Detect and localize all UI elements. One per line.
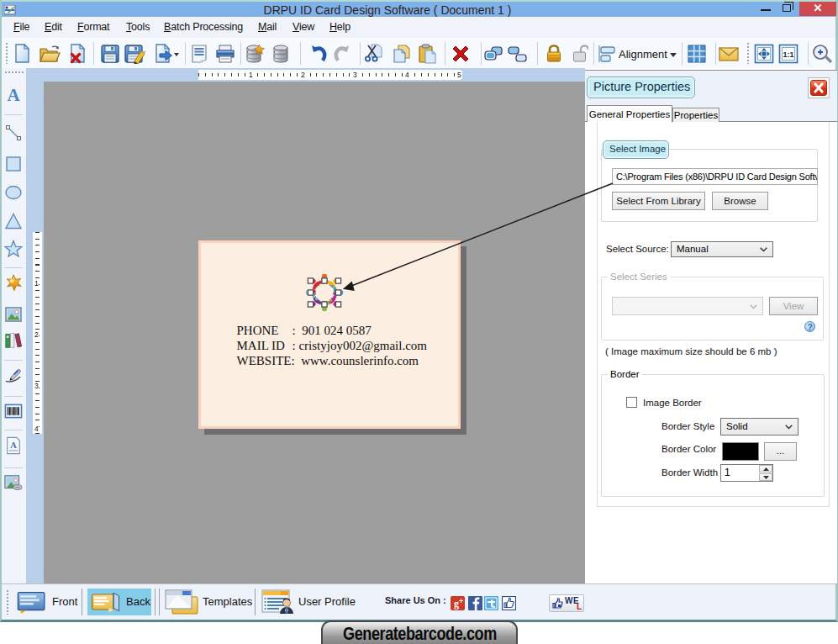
svg-text:1:1: 1:1 bbox=[783, 50, 793, 59]
svg-text:+: + bbox=[459, 597, 463, 605]
svg-text:A: A bbox=[10, 440, 17, 450]
